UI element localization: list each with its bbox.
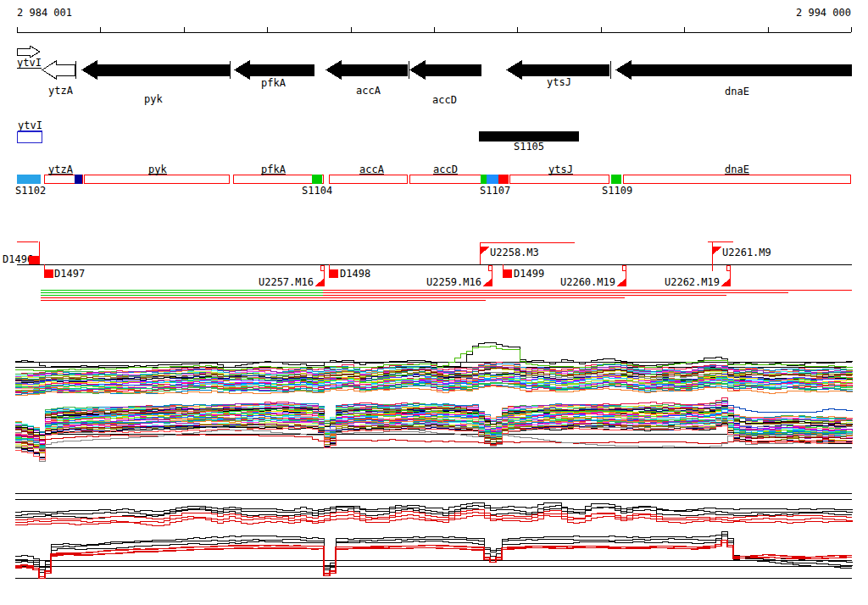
- profile-feature-line-0: [15, 342, 852, 368]
- segment-S1104[interactable]: [312, 175, 322, 184]
- ytvI-box[interactable]: [17, 131, 42, 142]
- segment-id-label-S1104: S1104: [302, 185, 332, 197]
- probe-pole-hook-U2260.M19: [622, 265, 626, 270]
- probe-label-U2262.M19[interactable]: U2262.M19: [665, 276, 720, 288]
- profile-panel-1: [15, 342, 852, 462]
- probe-pole-hook-U2262.M19: [726, 265, 730, 270]
- segment-pyk[interactable]: [84, 175, 229, 183]
- gene-label-ytzA: ytzA: [48, 85, 74, 97]
- probe-label-U2259.M16[interactable]: U2259.M16: [426, 276, 481, 288]
- probe-marker-D1499[interactable]: [503, 269, 512, 278]
- gene-label-ytsJ: ytsJ: [547, 76, 571, 88]
- probe-flag-U2259.M16[interactable]: [482, 278, 492, 286]
- segment-gene-label-ytsJ[interactable]: ytsJ: [548, 164, 573, 175]
- probe-label-D1497[interactable]: D1497: [54, 268, 85, 280]
- segment-gene-label-ytzA[interactable]: ytzA: [48, 164, 74, 175]
- genome-browser-window: 2 984 001 2 994 000 ytvIytzApykpfkAaccAa…: [0, 0, 868, 605]
- profile-line: [15, 536, 852, 573]
- profile-line: [15, 541, 852, 577]
- gene-arrow-ytzA[interactable]: [42, 61, 75, 79]
- segment-id-label-S1102: S1102: [15, 185, 46, 197]
- segment-accA[interactable]: [329, 175, 407, 183]
- probe-label-D1498[interactable]: D1498: [340, 268, 370, 280]
- gene-arrow-accD[interactable]: [410, 61, 481, 79]
- segment-S1107-green[interactable]: [481, 175, 487, 184]
- gene-arrow-accA[interactable]: [326, 61, 407, 79]
- profile-feature-line-3: [15, 430, 852, 448]
- gene-arrow-pyk[interactable]: [82, 61, 229, 79]
- segment-gene-label-pyk[interactable]: pyk: [148, 164, 167, 175]
- gene-label-accA: accA: [356, 85, 381, 97]
- gene-arrow-ytvI[interactable]: [17, 46, 40, 58]
- ruler-start-label: 2 984 001: [17, 7, 72, 19]
- probe-label-D1499[interactable]: D1499: [514, 268, 544, 280]
- segment-gene-label-pfkA[interactable]: pfkA: [261, 164, 287, 175]
- probe-pole-hook-U2259.M16: [488, 265, 492, 270]
- probe-track: D1496U2258.M3U2261.M9D1497U2257.M16D1498…: [3, 241, 852, 300]
- ruler-end-label: 2 994 000: [796, 7, 851, 19]
- gene-label-accD: accD: [432, 94, 457, 106]
- profile-feature-line-4: [727, 405, 852, 413]
- segment-navy-sub[interactable]: [75, 175, 82, 184]
- segment-track: ytzApykpfkAaccAaccDytsJdnaES1102S1104S11…: [15, 164, 850, 197]
- probe-flag-U2257.M16[interactable]: [314, 278, 325, 286]
- gene-arrow-pfkA[interactable]: [235, 61, 314, 79]
- segment-gene-label-accD[interactable]: accD: [433, 164, 458, 175]
- segment-S1107-blue[interactable]: [487, 175, 498, 184]
- gene-label-pyk: pyk: [144, 93, 163, 105]
- genome-browser-canvas: 2 984 001 2 994 000 ytvIytzApykpfkAaccAa…: [0, 0, 868, 605]
- gene-track: ytvIytzApykpfkAaccAaccDytsJdnaE: [17, 46, 851, 106]
- segment-ytsJ[interactable]: [509, 175, 609, 183]
- gene-arrow-dnaE[interactable]: [616, 61, 851, 79]
- probe-pole-hook-U2257.M16: [320, 265, 324, 270]
- segment-S1107-red[interactable]: [498, 175, 509, 184]
- segment-id-label-S1107: S1107: [480, 185, 510, 197]
- segment-gene-label-accA[interactable]: accA: [359, 164, 385, 175]
- probe-label-U2260.M19[interactable]: U2260.M19: [560, 276, 615, 288]
- segment-accD[interactable]: [409, 175, 481, 183]
- segment-pfkA[interactable]: [233, 175, 323, 183]
- S1105-label: S1105: [514, 141, 544, 153]
- gene-label-ytvI: ytvI: [17, 57, 42, 69]
- probe-flag-U2261.M9[interactable]: [712, 247, 722, 255]
- probe-label-U2257.M16[interactable]: U2257.M16: [259, 276, 314, 288]
- probe-label-D1496[interactable]: D1496: [3, 253, 33, 265]
- annotation-track: ytvIS1105: [17, 119, 579, 153]
- ruler-track: 2 984 001 2 994 000: [17, 7, 851, 32]
- probe-marker-D1496[interactable]: [29, 256, 39, 264]
- probe-label-U2258.M3[interactable]: U2258.M3: [490, 247, 539, 258]
- probe-label-U2261.M9[interactable]: U2261.M9: [722, 247, 771, 258]
- gene-label-pfkA: pfkA: [261, 77, 287, 89]
- probe-marker-D1498[interactable]: [329, 269, 338, 278]
- probe-flag-U2258.M3[interactable]: [480, 247, 490, 255]
- gene-label-dnaE: dnaE: [725, 86, 749, 97]
- segment-S1109[interactable]: [611, 175, 621, 184]
- segment-dnaE[interactable]: [623, 175, 850, 183]
- segment-id-label-S1109: S1109: [602, 185, 632, 197]
- probe-flag-U2260.M19[interactable]: [616, 278, 626, 286]
- probe-flag-U2262.M19[interactable]: [721, 278, 731, 286]
- profile-panel-2: [15, 493, 852, 579]
- ytvI-link-label[interactable]: ytvI: [18, 119, 42, 131]
- profile-line: [15, 502, 852, 513]
- segment-gene-label-dnaE[interactable]: dnaE: [725, 164, 749, 175]
- segment-S1102[interactable]: [17, 175, 41, 184]
- probe-marker-D1497[interactable]: [44, 269, 53, 278]
